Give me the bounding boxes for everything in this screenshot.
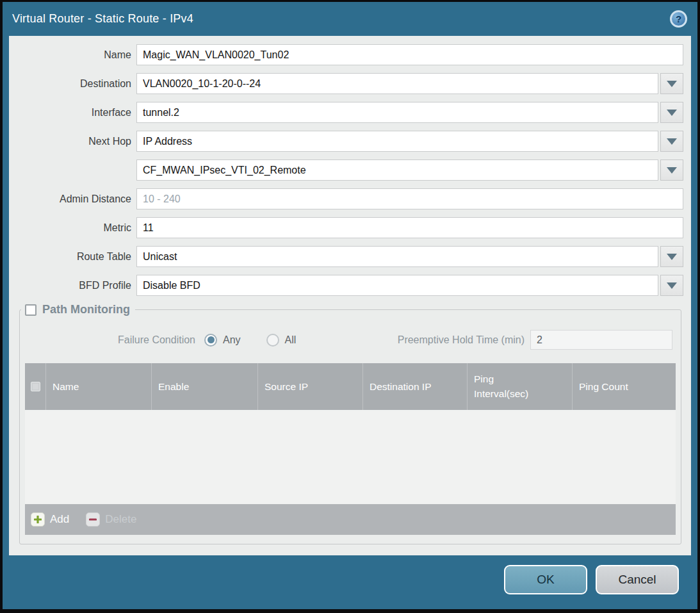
destination-row: Destination [9, 73, 691, 94]
interface-label: Interface [9, 107, 131, 119]
dialog-titlebar: Virtual Router - Static Route - IPv4 ? [3, 2, 697, 36]
add-button[interactable]: Add [31, 512, 69, 527]
column-header-enable: Enable [152, 363, 258, 410]
table-body-empty [25, 410, 676, 504]
dialog-footer: OK Cancel [3, 555, 697, 609]
next-hop-type-dropdown-button[interactable] [660, 131, 683, 152]
failure-condition-row: Failure Condition Any All Preemptive Hol… [25, 329, 676, 350]
delete-button[interactable]: Delete [86, 512, 136, 527]
chevron-down-icon [667, 138, 677, 145]
plus-icon [31, 512, 45, 527]
column-header-destination-ip: Destination IP [363, 363, 468, 410]
ok-button[interactable]: OK [504, 565, 587, 594]
radio-all[interactable]: All [266, 334, 297, 347]
path-monitoring-checkbox[interactable] [25, 304, 37, 316]
chevron-down-icon [667, 167, 677, 174]
help-icon[interactable]: ? [670, 10, 687, 28]
next-hop-label: Next Hop [9, 136, 131, 147]
interface-row: Interface [9, 102, 691, 123]
route-table-row: Route Table [9, 246, 691, 267]
dialog-title: Virtual Router - Static Route - IPv4 [12, 12, 193, 26]
table-header: Name Enable Source IP Destination IP Pin… [25, 363, 676, 410]
radio-selected-dot [208, 336, 215, 343]
bfd-profile-dropdown-button[interactable] [660, 275, 683, 296]
preemptive-hold-time-input[interactable] [530, 330, 672, 350]
next-hop-value-row [9, 159, 691, 181]
table-toolbar: Add Delete [25, 504, 676, 535]
bfd-profile-label: BFD Profile [9, 280, 131, 291]
name-label: Name [9, 49, 131, 61]
static-route-dialog: Virtual Router - Static Route - IPv4 ? N… [0, 0, 700, 613]
path-monitoring-table: Name Enable Source IP Destination IP Pin… [25, 363, 676, 535]
admin-distance-label: Admin Distance [9, 193, 131, 205]
metric-input[interactable] [136, 217, 683, 238]
bfd-profile-input[interactable] [136, 275, 658, 296]
column-header-ping-interval: Ping Interval(sec) [468, 363, 573, 410]
name-row: Name [9, 44, 691, 65]
next-hop-type-input[interactable] [136, 131, 658, 152]
admin-distance-row: Admin Distance [9, 188, 691, 209]
failure-condition-label: Failure Condition [25, 334, 195, 346]
destination-label: Destination [9, 78, 131, 90]
dialog-content: Name Destination Interface [9, 36, 691, 555]
chevron-down-icon [667, 254, 677, 260]
interface-input[interactable] [136, 102, 658, 123]
next-hop-value-dropdown-button[interactable] [660, 159, 683, 181]
route-table-label: Route Table [9, 251, 131, 263]
add-button-label: Add [50, 513, 69, 526]
route-table-dropdown-button[interactable] [660, 246, 683, 267]
radio-any-label: Any [223, 334, 241, 346]
column-header-ping-count: Ping Count [573, 363, 676, 410]
bfd-profile-row: BFD Profile [9, 275, 691, 296]
radio-any[interactable]: Any [204, 334, 241, 347]
minus-icon [86, 512, 100, 527]
chevron-down-icon [667, 282, 677, 289]
next-hop-row: Next Hop [9, 131, 691, 152]
metric-row: Metric [9, 217, 691, 238]
interface-dropdown-button[interactable] [660, 102, 683, 123]
path-monitoring-title: Path Monitoring [42, 303, 130, 316]
select-all-checkbox[interactable] [31, 382, 40, 391]
path-monitoring-group: Path Monitoring Failure Condition Any Al… [19, 309, 681, 544]
metric-label: Metric [9, 222, 131, 234]
select-all-cell [25, 363, 46, 410]
destination-dropdown-button[interactable] [660, 73, 683, 94]
name-input[interactable] [136, 44, 683, 65]
admin-distance-input[interactable] [136, 188, 683, 209]
radio-all-button[interactable] [266, 334, 279, 347]
chevron-down-icon [667, 110, 677, 116]
column-header-source-ip: Source IP [258, 363, 363, 410]
preemptive-hold-time-label: Preemptive Hold Time (min) [398, 334, 525, 346]
route-table-input[interactable] [136, 246, 658, 267]
radio-all-label: All [285, 334, 297, 346]
column-header-name: Name [46, 363, 152, 410]
path-monitoring-legend: Path Monitoring [21, 303, 135, 316]
delete-button-label: Delete [105, 513, 136, 526]
chevron-down-icon [667, 81, 677, 87]
cancel-button[interactable]: Cancel [596, 565, 679, 594]
destination-input[interactable] [136, 73, 658, 94]
next-hop-value-input[interactable] [136, 159, 658, 181]
radio-any-button[interactable] [204, 334, 217, 347]
